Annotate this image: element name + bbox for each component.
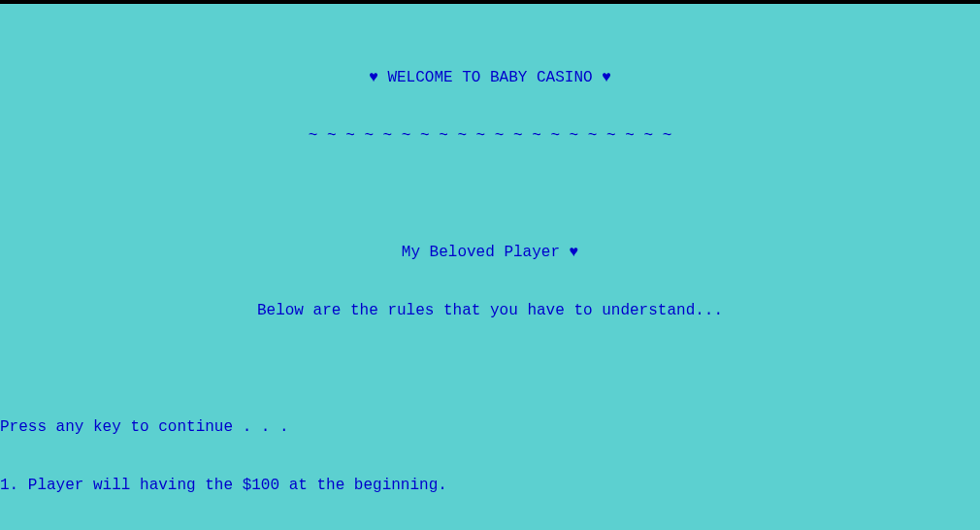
welcome-divider: ~ ~ ~ ~ ~ ~ ~ ~ ~ ~ ~ ~ ~ ~ ~ ~ ~ ~ ~ ~	[0, 126, 980, 146]
continue-prompt-1: Press any key to continue . . .	[0, 417, 980, 437]
intro-text: Below are the rules that you have to und…	[0, 301, 980, 320]
console-output[interactable]: ♥ WELCOME TO BABY CASINO ♥ ~ ~ ~ ~ ~ ~ ~…	[0, 4, 980, 530]
blank-line	[0, 184, 980, 204]
welcome-title: ♥ WELCOME TO BABY CASINO ♥	[0, 68, 980, 87]
rule-1: 1. Player will having the $100 at the be…	[0, 476, 980, 495]
blank-line	[0, 359, 980, 379]
greeting-text: My Beloved Player ♥	[0, 243, 980, 262]
